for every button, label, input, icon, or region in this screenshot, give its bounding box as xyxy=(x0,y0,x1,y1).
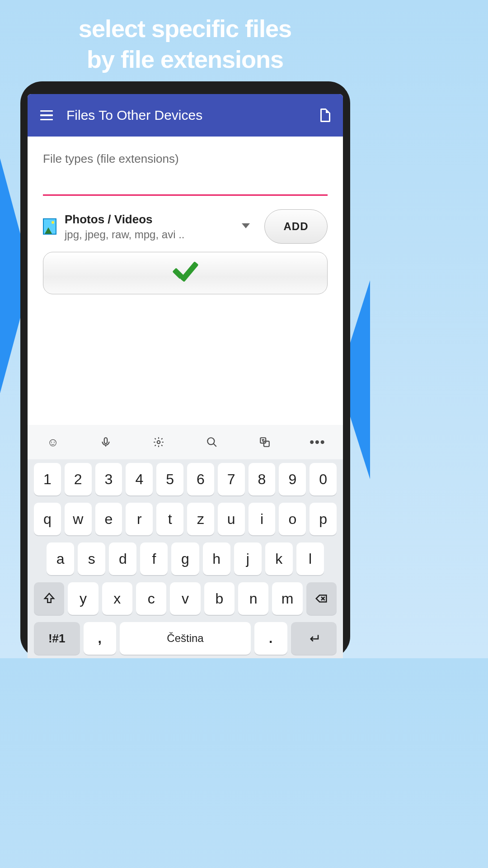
mic-icon[interactable] xyxy=(97,433,115,451)
app-title: Files To Other Devices xyxy=(66,108,307,123)
key-g[interactable]: g xyxy=(171,542,199,575)
key-a[interactable]: a xyxy=(47,542,74,575)
soft-keyboard: ☺ ••• 1234567890 qwertzuiop asdfghjkl xyxy=(28,425,343,658)
key-row-bottom: !#1 , Čeština . xyxy=(28,618,343,658)
document-icon[interactable] xyxy=(320,108,330,122)
comma-key[interactable]: , xyxy=(84,622,117,655)
key-d[interactable]: d xyxy=(109,542,136,575)
app-bar: Files To Other Devices xyxy=(28,94,343,137)
promo-line1: select specific files xyxy=(9,14,361,44)
key-9[interactable]: 9 xyxy=(279,463,306,495)
confirm-button[interactable] xyxy=(43,252,328,294)
key-r[interactable]: r xyxy=(126,503,153,535)
key-c[interactable]: c xyxy=(136,582,166,615)
svg-point-1 xyxy=(157,441,160,444)
key-3[interactable]: 3 xyxy=(95,463,122,495)
key-4[interactable]: 4 xyxy=(126,463,153,495)
key-k[interactable]: k xyxy=(265,542,293,575)
key-row-letters-2: asdfghjkl xyxy=(28,539,343,579)
chevron-down-icon[interactable] xyxy=(242,223,248,230)
enter-key[interactable] xyxy=(291,622,337,655)
key-h[interactable]: h xyxy=(203,542,230,575)
key-z[interactable]: z xyxy=(187,503,214,535)
extension-input[interactable] xyxy=(43,168,328,196)
search-icon[interactable] xyxy=(203,433,221,451)
key-5[interactable]: 5 xyxy=(156,463,183,495)
key-1[interactable]: 1 xyxy=(34,463,61,495)
key-j[interactable]: j xyxy=(234,542,262,575)
more-icon[interactable]: ••• xyxy=(309,433,327,451)
key-b[interactable]: b xyxy=(204,582,235,615)
category-row: Photos / Videos jpg, jpeg, raw, mpg, avi… xyxy=(43,209,328,244)
key-m[interactable]: m xyxy=(272,582,302,615)
key-0[interactable]: 0 xyxy=(310,463,337,495)
key-x[interactable]: x xyxy=(102,582,132,615)
key-e[interactable]: e xyxy=(95,503,122,535)
key-row-letters-3: yxcvbnm xyxy=(28,579,343,618)
key-q[interactable]: q xyxy=(34,503,61,535)
key-2[interactable]: 2 xyxy=(65,463,92,495)
key-7[interactable]: 7 xyxy=(218,463,245,495)
svg-rect-4 xyxy=(264,441,269,447)
key-y[interactable]: y xyxy=(68,582,98,615)
key-f[interactable]: f xyxy=(140,542,168,575)
key-row-numbers: 1234567890 xyxy=(28,459,343,499)
key-i[interactable]: i xyxy=(249,503,276,535)
translate-icon[interactable] xyxy=(256,433,274,451)
key-n[interactable]: n xyxy=(238,582,268,615)
key-row-letters-1: qwertzuiop xyxy=(28,499,343,539)
emoji-icon[interactable]: ☺ xyxy=(44,433,62,451)
key-l[interactable]: l xyxy=(296,542,324,575)
phone-screen: Files To Other Devices File types (file … xyxy=(28,94,343,658)
period-key[interactable]: . xyxy=(254,622,287,655)
space-key[interactable]: Čeština xyxy=(120,622,251,655)
keyboard-toolbar: ☺ ••• xyxy=(28,425,343,459)
category-name: Photos / Videos xyxy=(65,212,234,226)
category-info[interactable]: Photos / Videos jpg, jpeg, raw, mpg, avi… xyxy=(65,212,234,241)
category-extensions: jpg, jpeg, raw, mpg, avi .. xyxy=(65,228,234,241)
shift-key[interactable] xyxy=(34,582,64,615)
key-8[interactable]: 8 xyxy=(249,463,276,495)
check-icon xyxy=(170,263,201,283)
svg-point-2 xyxy=(207,438,214,444)
key-u[interactable]: u xyxy=(218,503,245,535)
gear-icon[interactable] xyxy=(150,433,168,451)
backspace-key[interactable] xyxy=(306,582,337,615)
phone-frame: Files To Other Devices File types (file … xyxy=(20,81,350,658)
key-p[interactable]: p xyxy=(310,503,337,535)
svg-rect-0 xyxy=(104,438,108,443)
key-v[interactable]: v xyxy=(170,582,200,615)
photo-icon xyxy=(43,218,56,235)
menu-icon[interactable] xyxy=(40,110,53,121)
key-o[interactable]: o xyxy=(279,503,306,535)
symbols-key[interactable]: !#1 xyxy=(34,622,80,655)
key-w[interactable]: w xyxy=(65,503,92,535)
content-area: File types (file extensions) Photos / Vi… xyxy=(28,137,343,294)
add-button[interactable]: ADD xyxy=(264,209,328,244)
key-6[interactable]: 6 xyxy=(187,463,214,495)
section-label: File types (file extensions) xyxy=(43,152,328,166)
promo-line2: by file extensions xyxy=(9,44,361,75)
promo-heading: select specific files by file extensions xyxy=(0,0,370,75)
key-t[interactable]: t xyxy=(156,503,183,535)
key-s[interactable]: s xyxy=(78,542,105,575)
